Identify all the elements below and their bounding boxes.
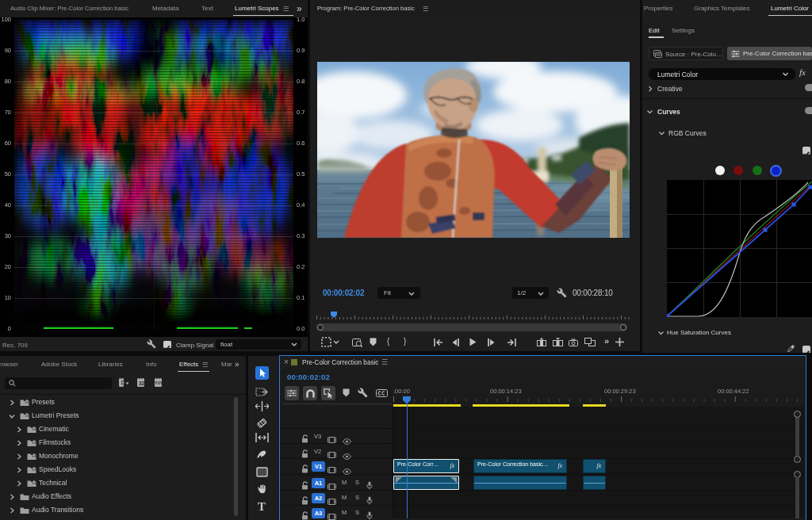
svg-text:YUV: YUV: [155, 380, 163, 385]
svg-text:32: 32: [139, 380, 145, 386]
